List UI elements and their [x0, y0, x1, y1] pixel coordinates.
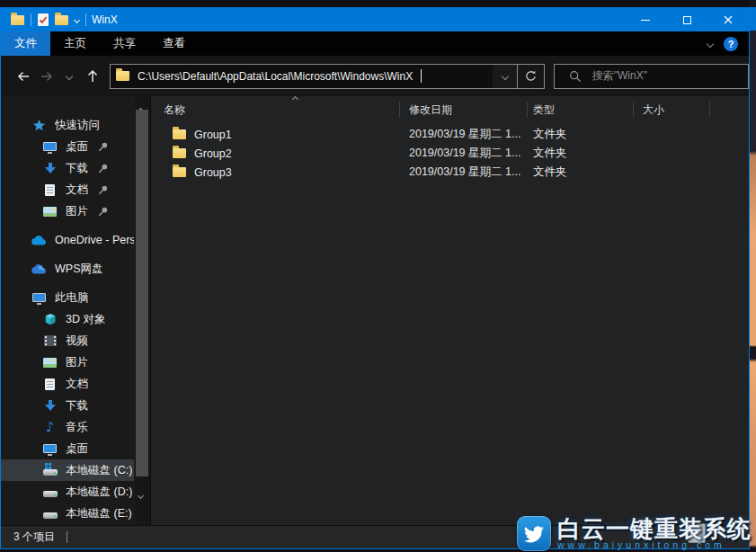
- forward-arrow-icon: [39, 69, 55, 84]
- sidebar-item-music[interactable]: ♪ 音乐: [1, 416, 134, 438]
- downloads-icon: [42, 163, 58, 174]
- file-date-cell: 2019/03/19 星期二 1...: [400, 165, 528, 180]
- file-name-cell: Group3: [151, 166, 400, 179]
- search-box[interactable]: 搜索"WinX": [554, 64, 749, 89]
- sidebar-gap: [1, 251, 150, 258]
- minimize-button[interactable]: [625, 8, 666, 31]
- separator: [31, 13, 31, 26]
- location-folder-icon: [116, 71, 129, 81]
- ribbon-collapse-chevron-icon[interactable]: [707, 40, 714, 47]
- recent-locations-button[interactable]: [58, 64, 82, 89]
- column-header-type[interactable]: 类型: [528, 96, 634, 123]
- column-header-label: 大小: [643, 102, 664, 118]
- close-button[interactable]: [707, 8, 749, 31]
- quick-access-star-icon: [31, 119, 47, 132]
- sidebar-item-videos[interactable]: 视频: [1, 330, 134, 352]
- onedrive-cloud-icon: [31, 235, 47, 245]
- new-folder-icon[interactable]: [55, 15, 68, 25]
- refresh-button[interactable]: [518, 64, 545, 89]
- sidebar-scrollbar[interactable]: [135, 96, 149, 525]
- column-header-size[interactable]: 大小: [634, 96, 710, 123]
- sidebar-item-label: 本地磁盘 (D:): [66, 485, 132, 500]
- documents-icon: [42, 184, 58, 196]
- sidebar-item-label: 视频: [66, 334, 88, 349]
- address-dropdown-chevron-icon: [501, 72, 508, 79]
- minimize-icon: [641, 20, 650, 21]
- app-folder-icon: [11, 15, 24, 25]
- sidebar-item-label: 下载: [66, 161, 88, 176]
- sidebar-item-label: 文档: [66, 377, 88, 392]
- documents-icon: [42, 378, 58, 390]
- drive-icon: [42, 508, 58, 519]
- file-date-cell: 2019/03/19 星期二 1...: [400, 146, 528, 161]
- sidebar-item-downloads[interactable]: 下载: [1, 395, 134, 416]
- music-note-icon: ♪: [42, 421, 58, 434]
- sidebar-item-local-disk-c[interactable]: 本地磁盘 (C:): [1, 459, 134, 481]
- tab-home-label: 主页: [64, 36, 86, 51]
- search-icon: [569, 70, 582, 83]
- sidebar-item-pictures[interactable]: 图片: [1, 352, 134, 373]
- back-arrow-icon: [15, 69, 31, 84]
- sidebar-item-local-disk-d[interactable]: 本地磁盘 (D:): [1, 481, 134, 503]
- column-header-date-modified[interactable]: 修改日期: [400, 96, 528, 123]
- desktop-icon: [42, 142, 58, 151]
- address-dropdown-button[interactable]: [493, 65, 517, 88]
- scroll-down-icon[interactable]: [138, 485, 143, 502]
- sidebar-item-this-pc[interactable]: 此电脑: [1, 287, 134, 308]
- forward-button[interactable]: [35, 64, 58, 89]
- up-button[interactable]: [81, 64, 104, 89]
- tab-view[interactable]: 查看: [149, 31, 199, 56]
- file-row-group2[interactable]: Group2 2019/03/19 星期二 1... 文件夹: [151, 144, 749, 163]
- file-row-group3[interactable]: Group3 2019/03/19 星期二 1... 文件夹: [151, 163, 749, 182]
- file-name: Group2: [194, 147, 232, 160]
- help-icon[interactable]: ?: [724, 37, 738, 51]
- back-button[interactable]: [12, 64, 35, 89]
- navigation-toolbar: C:\Users\Default\AppData\Local\Microsoft…: [1, 56, 749, 96]
- maximize-button[interactable]: [666, 8, 707, 31]
- folder-icon: [173, 148, 186, 158]
- sidebar-item-documents[interactable]: 文档: [1, 373, 134, 395]
- file-explorer-window: WinX 文件 主页 共享 查看 ?: [0, 7, 750, 549]
- sidebar-item-onedrive[interactable]: OneDrive - Perso: [1, 229, 134, 251]
- qat-customize-chevron-icon[interactable]: [74, 16, 80, 22]
- sidebar-item-label: 快速访问: [55, 118, 100, 133]
- tab-home[interactable]: 主页: [50, 31, 100, 56]
- pin-icon: [97, 184, 109, 196]
- sidebar-item-label: 图片: [66, 204, 88, 219]
- file-name: Group3: [194, 166, 232, 179]
- this-pc-icon: [31, 293, 47, 302]
- sidebar-item-desktop[interactable]: 桌面: [1, 438, 134, 459]
- file-type-cell: 文件夹: [528, 127, 634, 142]
- folder-icon: [173, 167, 186, 177]
- address-path-text: C:\Users\Default\AppData\Local\Microsoft…: [138, 70, 413, 83]
- properties-check-icon[interactable]: [38, 13, 49, 26]
- sidebar-item-pictures-pinned[interactable]: 图片: [1, 200, 134, 222]
- sidebar-item-quick-access[interactable]: 快速访问: [1, 114, 134, 136]
- sidebar-item-3d-objects[interactable]: 3D 对象: [1, 308, 134, 330]
- sidebar-item-local-disk-e[interactable]: 本地磁盘 (E:): [1, 503, 134, 524]
- tab-file[interactable]: 文件: [1, 31, 50, 56]
- titlebar: WinX: [1, 8, 749, 31]
- close-icon: [721, 13, 735, 27]
- item-count: 3 个项目: [13, 530, 55, 545]
- sidebar-gap: [1, 280, 150, 287]
- file-name-cell: Group2: [151, 147, 400, 160]
- sidebar-item-documents-pinned[interactable]: 文档: [1, 179, 134, 200]
- sidebar-item-desktop-pinned[interactable]: 桌面: [1, 136, 134, 157]
- tab-share[interactable]: 共享: [100, 31, 149, 56]
- scrollbar-thumb[interactable]: [136, 110, 148, 476]
- tab-share-label: 共享: [113, 36, 136, 51]
- address-bar[interactable]: C:\Users\Default\AppData\Local\Microsoft…: [110, 64, 518, 89]
- watermark-text: 白云一键重装系统 www.baiyunxitong.com: [557, 517, 752, 549]
- sidebar-item-wps-cloud[interactable]: WPS网盘: [1, 258, 134, 280]
- watermark-bird-logo-icon: [517, 516, 551, 551]
- address-bar-path[interactable]: C:\Users\Default\AppData\Local\Microsoft…: [111, 65, 493, 88]
- column-header-name[interactable]: 名称: [151, 96, 400, 123]
- up-arrow-icon: [85, 68, 100, 84]
- file-row-group1[interactable]: Group1 2019/03/19 星期二 1... 文件夹: [151, 125, 749, 144]
- window-title: WinX: [92, 13, 118, 26]
- file-name-cell: Group1: [151, 129, 400, 141]
- file-type-cell: 文件夹: [528, 165, 634, 180]
- sidebar-item-downloads-pinned[interactable]: 下载: [1, 157, 134, 179]
- sidebar-item-label: 3D 对象: [66, 312, 105, 327]
